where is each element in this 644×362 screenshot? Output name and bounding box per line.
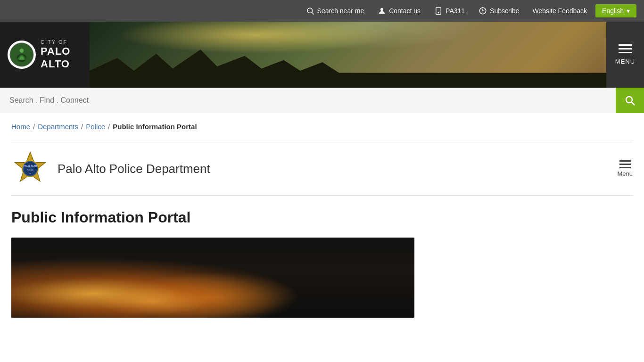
contact-us-label: Contact us [389, 7, 421, 15]
language-label: English [602, 7, 624, 15]
svg-line-1 [312, 12, 314, 14]
pa311-label: PA311 [446, 7, 465, 15]
city-of-label: CITY OF [41, 39, 82, 45]
site-logo-text: CITY OF PALO ALTO [41, 39, 82, 70]
logo-area: CITY OF PALO ALTO [0, 22, 90, 88]
search-button[interactable] [616, 88, 644, 113]
pa311-link[interactable]: PA311 [429, 0, 470, 22]
police-badge-icon: PALO ALTO POLICE ★ [12, 151, 48, 187]
svg-point-2 [380, 8, 383, 11]
dept-left: PALO ALTO POLICE ★ Palo Alto Police Depa… [11, 150, 210, 188]
main-menu-button[interactable]: MENU [606, 22, 644, 88]
menu-label: MENU [615, 58, 635, 65]
svg-text:★: ★ [29, 173, 31, 174]
website-feedback-label: Website Feedback [532, 7, 587, 15]
search-near-me-link[interactable]: Search near me [301, 0, 369, 22]
chevron-down-icon: ▾ [627, 7, 630, 15]
department-header: PALO ALTO POLICE ★ Palo Alto Police Depa… [11, 142, 633, 196]
logo-circle [8, 41, 36, 69]
website-feedback-link[interactable]: Website Feedback [528, 0, 592, 22]
svg-point-0 [307, 8, 313, 13]
subscribe-link[interactable]: Subscribe [473, 0, 524, 22]
dept-hamburger-icon [619, 160, 631, 168]
subscribe-label: Subscribe [490, 7, 519, 15]
svg-point-11 [20, 49, 24, 53]
hamburger-icon [619, 44, 632, 53]
utility-bar: Search near me Contact us PA311 Subscrib… [0, 0, 644, 22]
content-area: Home / Departments / Police / Public Inf… [0, 113, 644, 318]
breadcrumb-sep-1: / [33, 123, 35, 131]
page-title: Public Information Portal [11, 209, 633, 226]
svg-point-12 [626, 97, 632, 103]
svg-text:POLICE: POLICE [27, 169, 33, 171]
search-bar [0, 88, 644, 113]
breadcrumb-sep-2: / [81, 123, 83, 131]
city-logo-icon [9, 42, 34, 67]
contact-icon [377, 6, 387, 16]
department-name: Palo Alto Police Department [58, 162, 210, 176]
breadcrumb-police[interactable]: Police [86, 123, 105, 131]
contact-us-link[interactable]: Contact us [372, 0, 425, 22]
preview-image [11, 238, 414, 318]
svg-text:PALO ALTO: PALO ALTO [23, 165, 37, 167]
search-input[interactable] [0, 88, 616, 113]
svg-line-13 [632, 102, 635, 106]
search-icon [624, 95, 636, 106]
breadcrumb-departments[interactable]: Departments [38, 123, 78, 131]
breadcrumb-home[interactable]: Home [11, 123, 30, 131]
svg-point-4 [438, 12, 439, 13]
subscribe-icon [478, 6, 487, 16]
department-menu-button[interactable]: Menu [617, 160, 633, 177]
palo-alto-label: PALO ALTO [41, 45, 82, 70]
breadcrumb-current: Public Information Portal [113, 123, 197, 131]
breadcrumb: Home / Departments / Police / Public Inf… [11, 123, 633, 131]
pa311-icon [434, 6, 443, 16]
language-button[interactable]: English ▾ [595, 4, 636, 17]
search-near-me-label: Search near me [317, 7, 364, 15]
police-badge: PALO ALTO POLICE ★ [11, 150, 49, 188]
site-header: CITY OF PALO ALTO MENU [0, 22, 644, 88]
hero-image [90, 22, 644, 88]
dept-menu-label: Menu [617, 170, 633, 177]
breadcrumb-sep-3: / [108, 123, 110, 131]
search-near-me-icon [305, 6, 315, 16]
